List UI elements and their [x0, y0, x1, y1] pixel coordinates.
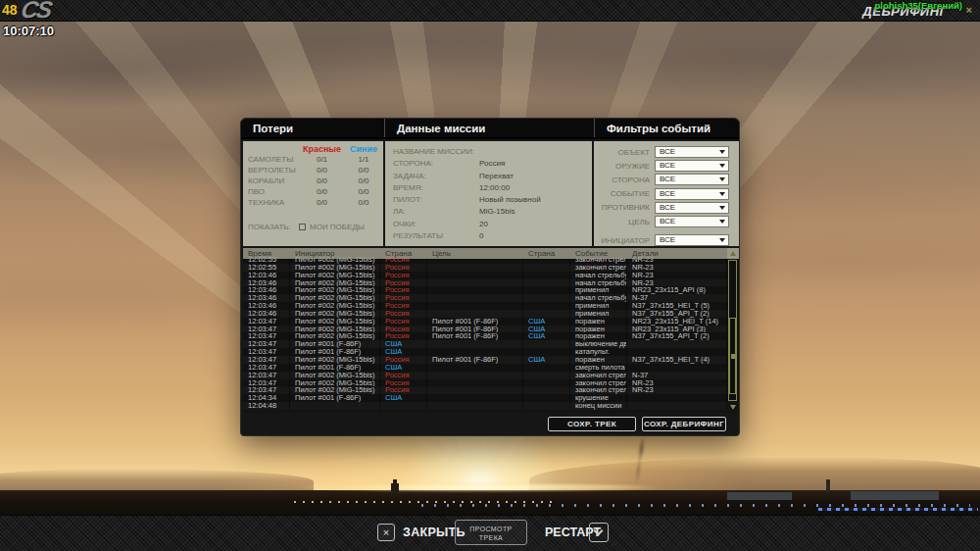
event-cell: Пилот #002 (MiG-15bis)	[290, 279, 380, 287]
event-cell	[427, 294, 523, 302]
event-row[interactable]: 12:04:48конец миссии	[243, 402, 727, 410]
scroll-down-icon[interactable]	[727, 402, 739, 413]
filter-select[interactable]: ВСЕ	[655, 174, 729, 185]
event-cell: применил	[570, 302, 627, 310]
events-column-header[interactable]: Время	[243, 248, 290, 259]
filter-label: ОРУЖИЕ	[594, 162, 655, 171]
event-cell: Россия	[380, 318, 427, 326]
event-cell: Россия	[380, 286, 427, 294]
events-body: 12:02:55Пилот #002 (MiG-15bis)Россиязако…	[243, 256, 727, 410]
events-column-header[interactable]: Страна	[523, 248, 570, 259]
event-row[interactable]: 12:03:46Пилот #002 (MiG-15bis)Россиянача…	[243, 294, 727, 302]
event-row[interactable]: 12:03:47Пилот #002 (MiG-15bis)РоссияПило…	[243, 318, 727, 326]
event-row[interactable]: 12:03:47Пилот #002 (MiG-15bis)РоссияПило…	[243, 326, 727, 333]
event-cell	[427, 394, 523, 402]
event-cell: Россия	[380, 326, 427, 333]
event-cell: 12:03:46	[243, 302, 290, 310]
event-row[interactable]: 12:03:46Пилот #002 (MiG-15bis)Россияприм…	[243, 310, 727, 318]
event-row[interactable]: 12:03:46Пилот #002 (MiG-15bis)Россиянача…	[243, 272, 727, 279]
mission-label: ВРЕМЯ:	[393, 182, 479, 194]
top-bar: 48 CS ДЕБРИФИНГ plohish35(Евгений) ×	[0, 0, 980, 22]
events-column-header[interactable]: Инициатор	[290, 248, 380, 259]
event-row[interactable]: 12:03:46Пилот #002 (MiG-15bis)Россияприм…	[243, 302, 727, 310]
filter-select[interactable]: ВСЕ	[655, 160, 729, 172]
event-cell: N-37	[627, 372, 727, 379]
event-cell	[523, 272, 570, 279]
event-row[interactable]: 12:03:47Пилот #002 (MiG-15bis)Россиязако…	[243, 379, 727, 387]
event-cell	[427, 264, 523, 272]
event-cell	[427, 279, 523, 287]
event-cell: 12:03:46	[243, 272, 290, 279]
close-icon[interactable]: ×	[966, 4, 972, 16]
event-cell: закончил стрельбу	[570, 379, 627, 387]
scroll-thumb[interactable]	[729, 318, 736, 394]
filter-row: ОБЪЕКТ ВСЕ	[594, 145, 739, 159]
close-x-button[interactable]: ×	[377, 524, 395, 541]
mission-value: 12:00:00	[479, 182, 592, 194]
filter-select[interactable]: ВСЕ	[655, 216, 729, 227]
event-cell	[523, 310, 570, 318]
scrollbar[interactable]	[727, 248, 739, 413]
filter-row: СТОРОНА ВСЕ	[594, 173, 739, 186]
event-cell: Россия	[380, 279, 427, 287]
event-row[interactable]: 12:03:46Пилот #002 (MiG-15bis)Россияприм…	[243, 286, 727, 294]
event-filters-panel: ОБЪЕКТ ВСЕ ОРУЖИЕ ВСЕ СТОРОНА ВСЕ СОБЫТИ…	[594, 141, 739, 246]
event-row[interactable]: 12:03:46Пилот #002 (MiG-15bis)Россиянача…	[243, 279, 727, 287]
loss-row: ВЕРТОЛЕТЫ 0/0 0/0	[243, 165, 383, 175]
event-cell	[427, 372, 523, 379]
save-debriefing-button[interactable]: СОХР. ДЕБРИФИНГ	[642, 417, 726, 431]
loss-row: КОРАБЛИ 0/0 0/0	[243, 175, 383, 186]
event-row[interactable]: 12:03:47Пилот #002 (MiG-15bis)РоссияПило…	[243, 356, 727, 364]
event-cell: Россия	[380, 272, 427, 279]
event-row[interactable]: 12:03:47Пилот #002 (MiG-15bis)Россиязако…	[243, 386, 727, 394]
restart-dropdown-button[interactable]	[589, 523, 609, 542]
filter-select[interactable]: ВСЕ	[655, 188, 729, 200]
loss-category: ПВО	[243, 186, 300, 197]
events-column-header[interactable]: Детали	[627, 248, 727, 259]
filter-label: ОБЪЕКТ	[594, 148, 655, 157]
event-cell: начал стрельбу	[570, 279, 627, 287]
event-row[interactable]: 12:03:47Пилот #001 (F-86F)СШАсмерть пило…	[243, 364, 727, 372]
mission-row: ЛА: MiG-15bis	[393, 206, 592, 218]
scroll-track[interactable]	[728, 260, 737, 401]
filter-select[interactable]: ВСЕ	[655, 146, 729, 158]
event-cell: начал стрельбу	[570, 272, 627, 279]
event-cell: США	[523, 332, 570, 340]
scroll-up-icon[interactable]	[727, 248, 739, 259]
event-cell	[523, 264, 570, 272]
event-cell: закончил стрельбу	[570, 372, 627, 379]
event-cell	[523, 394, 570, 402]
loss-category: КОРАБЛИ	[243, 175, 300, 186]
event-cell: поражен	[570, 356, 627, 364]
mission-value: Россия	[479, 158, 592, 170]
filter-select[interactable]: ВСЕ	[655, 234, 729, 246]
losses-panel: Красные Синие САМОЛЕТЫ 0/1 1/1 ВЕРТОЛЕТЫ…	[243, 141, 383, 246]
event-row[interactable]: 12:03:47Пилот #001 (F-86F)СШАкатапульт.	[243, 348, 727, 356]
event-row[interactable]: 12:02:55Пилот #002 (MiG-15bis)Россиязако…	[243, 264, 727, 272]
mission-label: СТОРОНА:	[393, 158, 479, 170]
event-cell	[523, 364, 570, 372]
events-column-header[interactable]: Цель	[427, 248, 523, 259]
event-cell: применил	[570, 310, 627, 318]
filter-select[interactable]: ВСЕ	[655, 202, 729, 214]
my-victories-checkbox[interactable]	[299, 224, 306, 230]
event-row[interactable]: 12:03:47Пилот #001 (F-86F)СШАвыключение …	[243, 340, 727, 348]
event-row[interactable]: 12:03:47Пилот #002 (MiG-15bis)Россиязако…	[243, 372, 727, 379]
filter-row: ИНИЦИАТОР ВСЕ	[594, 233, 739, 247]
save-track-button[interactable]: СОХР. ТРЕК	[548, 417, 636, 431]
event-row[interactable]: 12:04:34Пилот #001 (F-86F)СШАкрушение	[243, 394, 727, 402]
event-cell: Россия	[380, 386, 427, 394]
loss-blue-value: 0/0	[344, 186, 383, 197]
event-cell	[523, 379, 570, 387]
loss-red-value: 0/1	[300, 154, 344, 165]
events-column-header[interactable]: Событие	[570, 248, 627, 259]
mission-label: РЕЗУЛЬТАТЫ	[393, 230, 479, 242]
events-column-header[interactable]: Страна	[380, 248, 427, 259]
view-track-button[interactable]: ПРОСМОТР ТРЕКА	[455, 520, 527, 545]
my-victories-label: МОИ ПОБЕДЫ	[310, 223, 365, 231]
event-cell: Пилот #002 (MiG-15bis)	[290, 318, 380, 326]
event-cell: Пилот #001 (F-86F)	[427, 356, 523, 364]
filter-label: ПРОТИВНИК	[594, 203, 655, 212]
event-row[interactable]: 12:03:47Пилот #002 (MiG-15bis)РоссияПило…	[243, 332, 727, 340]
event-cell	[427, 302, 523, 310]
